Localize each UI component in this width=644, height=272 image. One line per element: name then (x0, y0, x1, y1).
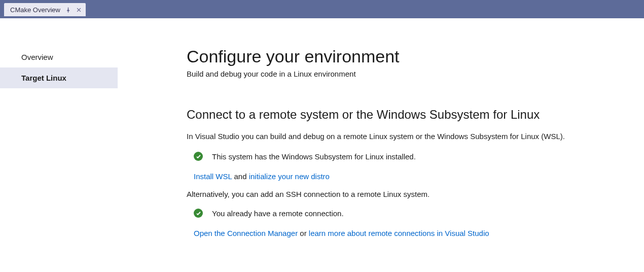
intro-text: In Visual Studio you can build and debug… (187, 131, 634, 142)
sidebar-item-target-linux[interactable]: Target Linux (0, 67, 118, 88)
text-and: and (232, 172, 248, 181)
open-connection-manager-link[interactable]: Open the Connection Manager (194, 229, 298, 237)
tab-title: CMake Overview (10, 6, 60, 14)
sidebar: Overview Target Linux (0, 47, 118, 247)
check-icon (194, 152, 203, 161)
page-subtitle: Build and debug your code in a Linux env… (187, 70, 634, 78)
wsl-links-row: Install WSL and initialize your new dist… (187, 172, 634, 181)
section-heading: Connect to a remote system or the Window… (187, 108, 634, 122)
document-tab[interactable]: CMake Overview (4, 3, 86, 16)
main-content: Configure your environment Build and deb… (118, 47, 644, 247)
sidebar-item-label: Target Linux (21, 74, 66, 82)
status-row-wsl: This system has the Windows Subsystem fo… (187, 152, 634, 161)
sidebar-item-label: Overview (21, 53, 53, 61)
status-row-remote: You already have a remote connection. (187, 209, 634, 218)
status-text: This system has the Windows Subsystem fo… (212, 152, 416, 161)
pin-icon[interactable] (65, 7, 71, 13)
text-or: or (298, 229, 309, 237)
install-wsl-link[interactable]: Install WSL (194, 172, 232, 181)
check-icon (194, 209, 203, 218)
sidebar-item-overview[interactable]: Overview (0, 47, 118, 67)
learn-more-link[interactable]: learn more about remote connections in V… (309, 229, 489, 237)
alt-text: Alternatively, you can add an SSH connec… (187, 190, 634, 198)
initialize-distro-link[interactable]: initialize your new distro (249, 172, 330, 181)
close-icon[interactable] (76, 7, 82, 13)
status-text: You already have a remote connection. (212, 209, 344, 218)
title-bar: CMake Overview (0, 0, 644, 16)
connection-links-row: Open the Connection Manager or learn mor… (187, 229, 634, 237)
page-title: Configure your environment (187, 47, 634, 66)
